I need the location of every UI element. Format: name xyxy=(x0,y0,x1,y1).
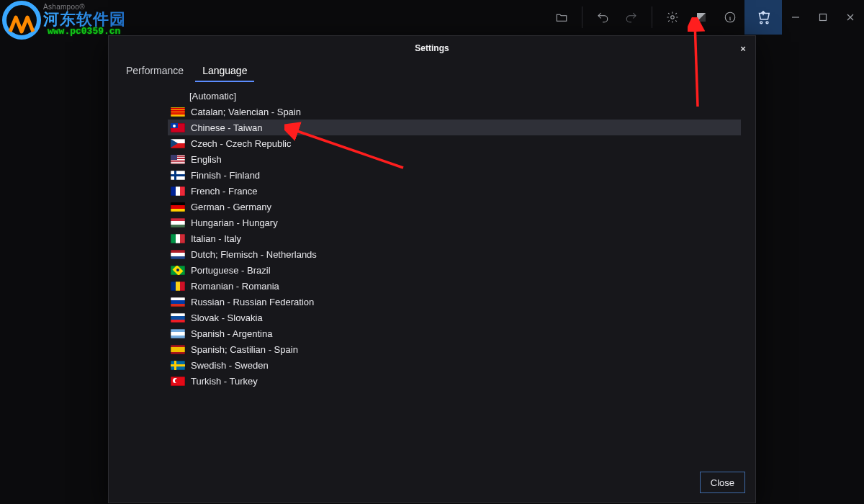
tab-language[interactable]: Language xyxy=(195,62,254,82)
language-label: Finnish - Finland xyxy=(191,170,260,181)
window-maximize-button[interactable] xyxy=(809,0,837,35)
language-label: Romanian - Romania xyxy=(191,281,279,292)
flag-icon xyxy=(171,171,185,180)
language-item[interactable]: Romanian - Romania xyxy=(168,278,741,294)
settings-button[interactable] xyxy=(658,0,687,35)
language-item[interactable]: German - Germany xyxy=(168,199,741,215)
language-item[interactable]: Czech - Czech Republic xyxy=(168,135,741,151)
flag-icon xyxy=(171,297,185,307)
tab-performance[interactable]: Performance xyxy=(119,62,191,82)
language-item[interactable]: Swedish - Sweden xyxy=(168,357,741,373)
language-item-automatic[interactable]: [Automatic] xyxy=(168,88,741,104)
language-item[interactable]: Turkish - Turkey xyxy=(168,373,741,389)
dialog-close-button[interactable]: × xyxy=(731,36,755,60)
svg-rect-5 xyxy=(820,14,827,21)
language-item[interactable]: Catalan; Valencian - Spain xyxy=(168,104,741,120)
flag-icon xyxy=(171,202,185,212)
language-item[interactable]: Hungarian - Hungary xyxy=(168,215,741,230)
info-icon xyxy=(724,11,737,24)
brand-label: Ashampoo® xyxy=(43,3,85,11)
app-topbar: Ashampoo® xyxy=(0,0,864,35)
flag-icon xyxy=(171,329,185,338)
language-label: [Automatic] xyxy=(189,91,236,102)
language-item[interactable]: Dutch; Flemisch - Netherlands xyxy=(168,246,741,262)
language-label: Spanish; Castilian - Spain xyxy=(191,344,298,355)
language-label: Russian - Russian Federation xyxy=(191,297,314,307)
flag-icon xyxy=(171,313,185,323)
dialog-body: [Automatic] Catalan; Valencian - SpainCh… xyxy=(109,82,755,462)
language-label: Catalan; Valencian - Spain xyxy=(191,107,301,117)
language-item[interactable]: Portuguese - Brazil xyxy=(168,262,741,278)
svg-point-3 xyxy=(760,22,762,24)
theme-button[interactable] xyxy=(687,0,716,35)
language-item[interactable]: English xyxy=(168,151,741,167)
redo-icon xyxy=(625,11,638,24)
flag-icon xyxy=(171,139,185,148)
language-label: Czech - Czech Republic xyxy=(191,138,291,149)
close-x-icon: × xyxy=(740,43,746,54)
language-item[interactable]: Finnish - Finland xyxy=(168,167,741,183)
language-item[interactable]: Spanish - Argentina xyxy=(168,325,741,341)
language-label: French - France xyxy=(191,186,257,197)
language-label: Swedish - Sweden xyxy=(191,360,269,371)
undo-button[interactable] xyxy=(588,0,617,35)
language-item[interactable]: Italian - Italy xyxy=(168,230,741,246)
dialog-tabs: Performance Language xyxy=(109,60,755,82)
language-label: Slovak - Slovakia xyxy=(191,312,263,323)
language-label: Dutch; Flemisch - Netherlands xyxy=(191,249,317,260)
minimize-icon xyxy=(791,13,800,22)
settings-dialog: Settings × Performance Language [Automat… xyxy=(108,35,756,503)
language-label: Italian - Italy xyxy=(191,233,241,244)
dialog-title: Settings xyxy=(415,43,449,53)
redo-button[interactable] xyxy=(617,0,646,35)
close-icon xyxy=(846,13,855,22)
language-item[interactable]: Chinese - Taiwan xyxy=(168,120,741,135)
language-item[interactable]: Spanish; Castilian - Spain xyxy=(168,341,741,357)
language-label: German - Germany xyxy=(191,202,271,212)
flag-icon xyxy=(171,282,185,291)
flag-icon xyxy=(171,345,185,354)
flag-icon xyxy=(171,377,185,386)
cart-button[interactable] xyxy=(744,0,782,35)
divider xyxy=(652,6,652,28)
language-list: [Automatic] Catalan; Valencian - SpainCh… xyxy=(168,88,741,389)
language-item[interactable]: French - France xyxy=(168,183,741,199)
language-label: Hungarian - Hungary xyxy=(191,217,278,228)
flag-icon xyxy=(171,155,185,164)
window-close-button[interactable] xyxy=(837,0,864,35)
flag-icon xyxy=(171,186,185,196)
language-label: Portuguese - Brazil xyxy=(191,265,271,276)
language-label: Spanish - Argentina xyxy=(191,328,272,339)
flag-icon xyxy=(171,218,185,228)
dialog-header: Settings × xyxy=(109,36,755,60)
undo-icon xyxy=(596,11,609,24)
language-label: English xyxy=(191,154,222,165)
language-label: Chinese - Taiwan xyxy=(191,122,262,133)
flag-icon xyxy=(171,123,185,132)
svg-point-1 xyxy=(671,16,675,19)
divider xyxy=(582,6,582,28)
cart-icon xyxy=(755,9,771,25)
language-item[interactable]: Russian - Russian Federation xyxy=(168,294,741,310)
flag-icon xyxy=(171,266,185,275)
folder-icon xyxy=(555,11,568,24)
gear-icon xyxy=(666,11,679,24)
flag-icon xyxy=(171,250,185,259)
language-label: Turkish - Turkey xyxy=(191,376,258,387)
dialog-footer: Close xyxy=(109,462,755,503)
language-item[interactable]: Slovak - Slovakia xyxy=(168,310,741,325)
info-button[interactable] xyxy=(716,0,744,35)
flag-icon xyxy=(171,361,185,370)
close-button[interactable]: Close xyxy=(700,472,745,493)
maximize-icon xyxy=(819,13,827,22)
window-minimize-button[interactable] xyxy=(782,0,809,35)
theme-icon xyxy=(695,11,708,24)
flag-icon xyxy=(171,234,185,243)
flag-icon xyxy=(171,107,185,117)
open-folder-button[interactable] xyxy=(547,0,576,35)
svg-point-4 xyxy=(766,22,768,24)
